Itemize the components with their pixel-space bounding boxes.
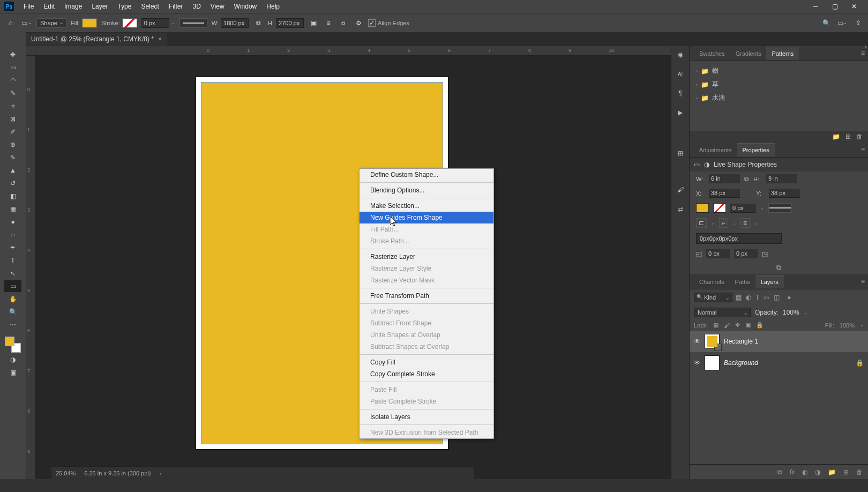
- tab-patterns[interactable]: Patterns: [766, 47, 799, 60]
- document-tab[interactable]: Untitled-1 @ 25% (Rectangle 1, CMYK/8) *…: [26, 33, 167, 46]
- new-folder-icon[interactable]: 📁: [832, 133, 840, 140]
- menu-help[interactable]: Help: [262, 1, 284, 12]
- visibility-icon[interactable]: 👁: [694, 359, 700, 367]
- layer-item[interactable]: 👁 Rectangle 1: [690, 331, 868, 352]
- character-panel-icon[interactable]: A|: [675, 69, 686, 79]
- panel-menu-icon[interactable]: ≡: [861, 49, 865, 57]
- link-wh-icon[interactable]: ⧉: [253, 18, 264, 28]
- layer-filter-select[interactable]: Kind: [694, 293, 732, 302]
- menu-3d[interactable]: 3D: [188, 1, 205, 12]
- color-panel-icon[interactable]: ◉: [675, 49, 686, 60]
- lock-artboard-icon[interactable]: ▣: [745, 322, 751, 329]
- layer-name[interactable]: Background: [724, 359, 758, 367]
- prop-x-input[interactable]: 38 px: [709, 189, 740, 198]
- tab-gradients[interactable]: Gradients: [730, 47, 767, 60]
- stamp-tool[interactable]: ▲: [4, 164, 21, 176]
- lock-all-icon[interactable]: 🔒: [756, 322, 764, 329]
- pattern-folder[interactable]: ›📁草: [693, 78, 865, 91]
- brush-panel-icon[interactable]: 🖌: [675, 184, 686, 195]
- ruler-vertical[interactable]: 0 1 2 3 4 5 6 7 8 9: [26, 56, 35, 479]
- ruler-panel-icon[interactable]: ⊞: [675, 148, 686, 159]
- context-menu-item[interactable]: Copy Complete Stroke: [360, 368, 493, 380]
- context-menu-item[interactable]: Blending Options...: [360, 184, 493, 196]
- prop-stroke-style[interactable]: [768, 203, 792, 213]
- quick-mask-tool[interactable]: ◑: [4, 353, 21, 366]
- layer-thumbnail[interactable]: [705, 355, 720, 370]
- tab-properties[interactable]: Properties: [737, 143, 775, 156]
- blend-mode-select[interactable]: Normal: [694, 308, 751, 317]
- share-icon[interactable]: ⇪: [853, 18, 864, 28]
- home-icon[interactable]: ⌂: [4, 17, 17, 29]
- marquee-tool[interactable]: ▭: [4, 61, 21, 73]
- healing-tool[interactable]: ⊕: [4, 138, 21, 151]
- dodge-tool[interactable]: ○: [4, 228, 21, 241]
- path-arrangement-icon[interactable]: ⧈: [338, 18, 349, 28]
- height-input[interactable]: 2700 px: [276, 18, 304, 28]
- lasso-tool[interactable]: ◠: [4, 74, 21, 86]
- path-alignment-icon[interactable]: ≡: [323, 18, 334, 28]
- cap-icon[interactable]: ⊏: [696, 218, 707, 228]
- link-layers-icon[interactable]: ⧉: [777, 468, 782, 476]
- path-select-tool[interactable]: ↖: [4, 267, 21, 279]
- history-brush-tool[interactable]: ↺: [4, 177, 21, 189]
- ruler-horizontal[interactable]: 0 1 2 3 4 5 6 7 8 9 10: [35, 46, 671, 56]
- pattern-folder[interactable]: ›📁樹: [693, 64, 865, 78]
- context-menu-item[interactable]: Isolate Layers: [360, 411, 493, 423]
- menu-view[interactable]: View: [206, 1, 229, 12]
- align-edges-checkbox[interactable]: ✓: [368, 19, 376, 27]
- mask-icon[interactable]: ◐: [802, 468, 807, 476]
- pattern-folder[interactable]: ›📁水滴: [693, 91, 865, 105]
- context-menu-item[interactable]: Copy Fill: [360, 356, 493, 368]
- window-close[interactable]: ✕: [844, 0, 864, 13]
- edit-toolbar[interactable]: ⋯: [4, 318, 21, 331]
- tab-layers[interactable]: Layers: [755, 275, 784, 288]
- prop-radii-input[interactable]: 0px0px0px0px: [696, 233, 782, 244]
- adjustment-layer-icon[interactable]: ◑: [815, 468, 820, 476]
- gradient-tool[interactable]: ▦: [4, 203, 21, 215]
- tab-channels[interactable]: Channels: [694, 275, 729, 288]
- context-menu-item[interactable]: Make Selection...: [360, 200, 493, 212]
- menu-window[interactable]: Window: [230, 1, 261, 12]
- prop-stroke-swatch[interactable]: [713, 203, 726, 213]
- lock-transparent-icon[interactable]: ▦: [713, 322, 719, 329]
- context-menu-item[interactable]: Free Transform Path: [360, 290, 493, 302]
- close-icon[interactable]: ×: [158, 35, 162, 43]
- filter-adjust-icon[interactable]: ◐: [746, 294, 751, 301]
- opacity-value[interactable]: 100%: [783, 309, 799, 316]
- menu-file[interactable]: File: [19, 1, 38, 12]
- menu-image[interactable]: Image: [60, 1, 86, 12]
- context-menu-item[interactable]: Define Custom Shape...: [360, 169, 493, 181]
- zoom-tool[interactable]: 🔍: [4, 305, 21, 318]
- menu-filter[interactable]: Filter: [164, 1, 188, 12]
- filter-pixel-icon[interactable]: ▦: [736, 294, 742, 301]
- filter-toggle-icon[interactable]: ●: [787, 294, 791, 301]
- panel-menu-icon[interactable]: ≡: [861, 146, 865, 153]
- lock-pixels-icon[interactable]: 🖌: [724, 322, 730, 329]
- zoom-level[interactable]: 25.04%: [56, 470, 76, 476]
- gear-icon[interactable]: ⚙: [353, 18, 364, 28]
- blur-tool[interactable]: ●: [4, 215, 21, 228]
- width-input[interactable]: 1800 px: [221, 18, 249, 28]
- fill-swatch[interactable]: [82, 18, 97, 28]
- group-icon[interactable]: 📁: [828, 468, 836, 476]
- foreground-color[interactable]: [5, 337, 14, 346]
- prop-height-input[interactable]: 9 in: [766, 174, 797, 183]
- eraser-tool[interactable]: ◧: [4, 190, 21, 202]
- status-arrow-icon[interactable]: ›: [159, 470, 161, 476]
- filter-smart-icon[interactable]: ◫: [774, 294, 780, 301]
- stroke-width-input[interactable]: 0 px: [141, 18, 169, 28]
- stroke-swatch[interactable]: [122, 18, 137, 28]
- layer-thumbnail[interactable]: [705, 334, 720, 349]
- document-info[interactable]: 6.25 in x 9.25 in (300 ppi): [84, 470, 151, 476]
- stroke-style-select[interactable]: [179, 18, 207, 28]
- prop-stroke-width[interactable]: 0 px: [730, 204, 756, 213]
- tab-adjustments[interactable]: Adjustments: [694, 144, 737, 156]
- window-minimize[interactable]: ─: [806, 0, 825, 13]
- shape-mode-select[interactable]: Shape: [36, 18, 66, 28]
- collapse-arrows-icon[interactable]: ››: [865, 44, 866, 49]
- move-tool[interactable]: ✥: [4, 48, 21, 61]
- screen-mode-tool[interactable]: ▣: [4, 366, 21, 378]
- actions-panel-icon[interactable]: ▶: [675, 107, 686, 118]
- crop-tool[interactable]: ⌗: [4, 100, 21, 112]
- layer-name[interactable]: Rectangle 1: [724, 338, 758, 345]
